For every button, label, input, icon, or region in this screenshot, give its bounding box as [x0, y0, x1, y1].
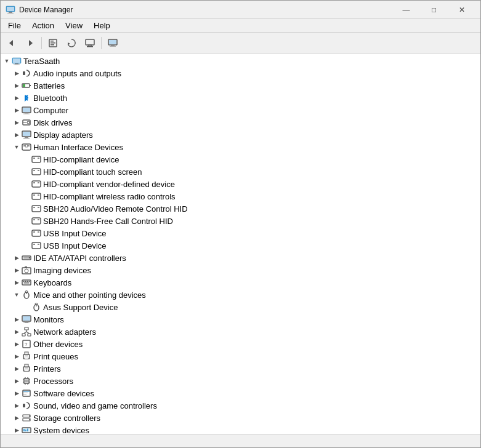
- menu-file[interactable]: File: [3, 20, 26, 31]
- expand-icon: ▶: [12, 327, 22, 337]
- svg-rect-87: [25, 327, 28, 330]
- audio-icon: [22, 68, 31, 78]
- uninstall-icon: [85, 38, 95, 48]
- app-icon: [6, 5, 15, 15]
- list-item[interactable]: SBH20 Audio/Video Remote Control HID: [1, 202, 480, 215]
- list-item[interactable]: ▶ Monitors: [1, 313, 480, 326]
- close-button[interactable]: ✕: [448, 1, 475, 19]
- svg-rect-3: [7, 7, 14, 11]
- root-icon: [12, 56, 22, 66]
- update-button[interactable]: [63, 35, 80, 51]
- list-item[interactable]: Asus Support Device: [1, 301, 480, 313]
- list-item[interactable]: ▶ Batteries: [1, 79, 480, 92]
- tree-root[interactable]: ▼ TeraSaath: [1, 55, 480, 67]
- item-label: Sound, video and game controllers: [33, 401, 157, 410]
- item-label: Computer: [33, 106, 68, 115]
- svg-rect-29: [23, 114, 30, 114]
- menu-help[interactable]: Help: [89, 20, 115, 31]
- hid-device-icon: [31, 228, 41, 238]
- svg-rect-96: [25, 352, 28, 354]
- list-item[interactable]: ▶ IDE ATA/ATAPI controllers: [1, 252, 480, 264]
- expand-icon: [22, 302, 31, 312]
- list-item[interactable]: SBH20 Hands-Free Call Control HID: [1, 215, 480, 227]
- svg-rect-47: [32, 181, 41, 187]
- svg-rect-62: [32, 242, 41, 249]
- list-item[interactable]: ▶ Network adapters: [1, 326, 480, 338]
- expand-icon: ▶: [12, 265, 22, 275]
- list-item[interactable]: ▶ Audio inputs and outputs: [1, 67, 480, 79]
- expand-icon: [22, 179, 31, 189]
- hid-device-icon: [31, 154, 41, 164]
- svg-rect-102: [25, 368, 28, 369]
- list-item[interactable]: ▶ Printers: [1, 362, 480, 375]
- list-item[interactable]: ▶ Processors: [1, 375, 480, 387]
- svg-rect-86: [23, 322, 30, 323]
- svg-rect-20: [15, 63, 18, 65]
- item-label: Other devices: [33, 340, 83, 349]
- svg-point-69: [25, 269, 28, 273]
- svg-point-31: [27, 121, 30, 124]
- expand-icon: ▶: [12, 81, 22, 90]
- minimize-button[interactable]: —: [392, 1, 420, 19]
- menu-action[interactable]: Action: [27, 20, 59, 31]
- list-item[interactable]: ▶ Disk drives: [1, 116, 480, 129]
- svg-rect-55: [38, 207, 39, 208]
- menu-view[interactable]: View: [60, 20, 87, 31]
- svg-rect-8: [51, 42, 55, 44]
- list-item[interactable]: USB Input Device: [1, 239, 480, 252]
- mouse-device-icon: [31, 302, 41, 312]
- mice-icon: [22, 290, 31, 300]
- svg-rect-21: [14, 65, 20, 65]
- svg-text:?: ?: [25, 342, 28, 347]
- device-tree[interactable]: ▼ TeraSaath ▶ Audio input: [1, 54, 480, 434]
- list-item[interactable]: ▶ Keyboards: [1, 276, 480, 289]
- expand-icon: [22, 191, 31, 201]
- list-item[interactable]: ▼ Human Interface Devices: [1, 141, 480, 153]
- svg-marker-10: [68, 42, 70, 45]
- list-item[interactable]: ▼ Mice and other pointing devices: [1, 289, 480, 301]
- svg-rect-114: [23, 391, 30, 392]
- svg-rect-63: [33, 244, 35, 245]
- list-item[interactable]: ▶ Storage controllers: [1, 412, 480, 424]
- monitor-button[interactable]: [104, 35, 121, 51]
- svg-marker-5: [29, 40, 33, 46]
- list-item[interactable]: ▶ Print queues: [1, 350, 480, 362]
- hid-device-icon: [31, 167, 41, 177]
- maximize-button[interactable]: □: [420, 1, 448, 19]
- svg-rect-25: [23, 84, 25, 87]
- expand-icon: [22, 228, 31, 238]
- list-item[interactable]: ▶ Software devices: [1, 387, 480, 399]
- list-item[interactable]: USB Input Device: [1, 227, 480, 239]
- item-label: Software devices: [33, 389, 94, 398]
- list-item[interactable]: ▶ System devices: [1, 424, 480, 434]
- svg-rect-7: [51, 41, 54, 42]
- svg-rect-84: [23, 316, 30, 321]
- list-item[interactable]: HID-compliant touch screen: [1, 166, 480, 178]
- list-item[interactable]: ▶ Bluetooth: [1, 92, 480, 104]
- list-item[interactable]: ▶ ? Other devices: [1, 338, 480, 350]
- list-item[interactable]: HID-compliant vendor-defined device: [1, 178, 480, 190]
- svg-rect-45: [33, 170, 35, 171]
- expand-icon: ▼: [12, 142, 22, 152]
- properties-button[interactable]: [44, 35, 62, 51]
- root-label: TeraSaath: [23, 57, 60, 66]
- item-label: Disk drives: [33, 118, 73, 127]
- svg-rect-88: [22, 334, 25, 336]
- item-label: Human Interface Devices: [33, 143, 123, 152]
- svg-rect-28: [25, 113, 28, 114]
- list-item[interactable]: ▶ Imaging devices: [1, 264, 480, 276]
- expand-icon: ▶: [12, 130, 22, 140]
- uninstall-button[interactable]: [81, 35, 99, 51]
- list-item[interactable]: ▶ Computer: [1, 104, 480, 116]
- forward-button[interactable]: [22, 35, 39, 51]
- back-button[interactable]: [3, 35, 20, 51]
- list-item[interactable]: ▶ Display adapters: [1, 129, 480, 141]
- svg-rect-52: [38, 194, 39, 196]
- list-item[interactable]: HID-compliant wireless radio controls: [1, 190, 480, 202]
- svg-rect-48: [33, 182, 35, 183]
- svg-rect-46: [38, 170, 39, 171]
- svg-point-79: [25, 291, 28, 293]
- list-item[interactable]: ▶ Sound, video and game controllers: [1, 399, 480, 412]
- list-item[interactable]: HID-compliant device: [1, 153, 480, 166]
- svg-rect-34: [23, 132, 30, 136]
